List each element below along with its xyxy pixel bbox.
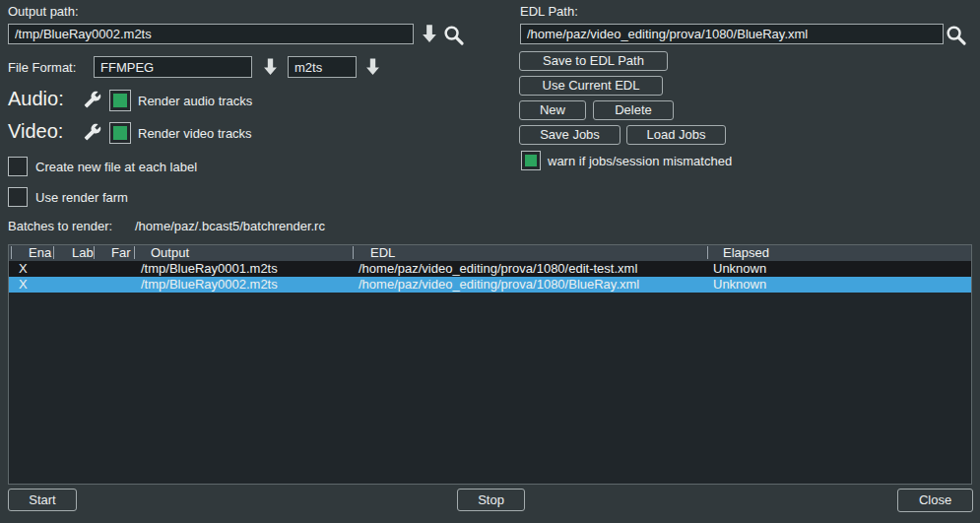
start-button[interactable]: Start [8, 489, 77, 511]
use-render-farm-checkbox[interactable] [8, 187, 28, 207]
batchrender-rc-path: /home/paz/.bcast5/batchrender.rc [135, 219, 325, 234]
edl-path-browse-magnify-icon[interactable] [945, 24, 967, 46]
file-format-input[interactable] [94, 56, 252, 78]
stop-button[interactable]: Stop [457, 489, 525, 511]
output-path-label: Output path: [8, 4, 79, 20]
cell-enabled: X [19, 261, 28, 277]
file-format-label: File Format: [8, 60, 76, 76]
column-header-elapsed: Elapsed [723, 245, 769, 261]
use-current-edl-button[interactable]: Use Current EDL [519, 76, 663, 96]
new-button[interactable]: New [519, 100, 586, 120]
edl-path-input[interactable] [520, 24, 944, 44]
audio-section-label: Audio: [8, 88, 64, 109]
checkbox-check-fill [113, 126, 127, 140]
video-section-label: Video: [8, 120, 63, 142]
cell-elapsed: Unknown [713, 261, 766, 277]
cell-elapsed: Unknown [713, 277, 766, 293]
column-divider[interactable] [353, 246, 354, 259]
file-extension-dropdown-arrow-icon[interactable] [365, 58, 380, 76]
render-audio-label: Render audio tracks [138, 94, 252, 109]
cell-output: /tmp/BlueRay0002.m2ts [141, 277, 278, 293]
create-new-file-label: Create new file at each label [35, 160, 197, 175]
render-video-checkbox[interactable] [109, 122, 131, 144]
render-video-label: Render video tracks [138, 126, 252, 142]
batch-list-table: Ena Lab Far Output EDL Elapsed X /tmp/Bl… [8, 244, 972, 485]
batch-row-2[interactable]: X /tmp/BlueRay0002.m2ts /home/paz/video_… [9, 277, 971, 293]
create-new-file-checkbox[interactable] [8, 157, 28, 176]
cell-enabled: X [19, 277, 28, 293]
checkbox-check-fill [113, 94, 127, 107]
batch-row-1[interactable]: X /tmp/BlueRay0001.m2ts /home/paz/video_… [9, 261, 971, 277]
file-format-dropdown-arrow-icon[interactable] [263, 58, 278, 76]
column-divider[interactable] [707, 246, 708, 259]
column-divider[interactable] [53, 246, 54, 259]
cell-edl: /home/paz/video_editing/prova/1080/BlueR… [359, 277, 639, 293]
column-header-edl: EDL [370, 245, 395, 261]
edl-path-label: EDL Path: [520, 4, 578, 20]
column-divider[interactable] [134, 246, 135, 259]
column-divider[interactable] [94, 246, 95, 259]
output-path-input[interactable] [8, 24, 414, 44]
cell-output: /tmp/BlueRay0001.m2ts [141, 261, 278, 277]
close-button[interactable]: Close [897, 489, 973, 512]
warn-mismatch-label: warn if jobs/session mismatched [548, 154, 732, 169]
use-render-farm-label: Use render farm [35, 190, 128, 206]
batch-render-dialog: Output path: File Format: Audio: Render … [0, 0, 980, 523]
save-jobs-button[interactable]: Save Jobs [519, 125, 621, 145]
output-path-browse-magnify-icon[interactable] [442, 24, 465, 46]
delete-button[interactable]: Delete [593, 100, 674, 120]
column-divider[interactable] [11, 246, 12, 259]
video-settings-wrench-icon[interactable] [84, 123, 101, 141]
cell-edl: /home/paz/video_editing/prova/1080/edit-… [359, 261, 637, 277]
render-audio-checkbox[interactable] [109, 90, 131, 111]
batch-table-header: Ena Lab Far Output EDL Elapsed [9, 245, 971, 261]
file-extension-input[interactable] [288, 56, 357, 78]
column-header-output: Output [151, 245, 189, 261]
checkbox-check-fill [525, 155, 537, 166]
column-header-farmed: Far [111, 245, 131, 261]
output-path-dropdown-arrow-icon[interactable] [422, 25, 437, 43]
audio-settings-wrench-icon[interactable] [84, 91, 101, 108]
load-jobs-button[interactable]: Load Jobs [626, 125, 726, 145]
column-header-labeled: Lab [72, 245, 94, 261]
save-to-edl-path-button[interactable]: Save to EDL Path [519, 51, 668, 71]
column-header-enabled: Ena [29, 245, 51, 261]
batches-to-render-label: Batches to render: [8, 219, 112, 234]
warn-mismatch-checkbox[interactable] [521, 151, 541, 170]
